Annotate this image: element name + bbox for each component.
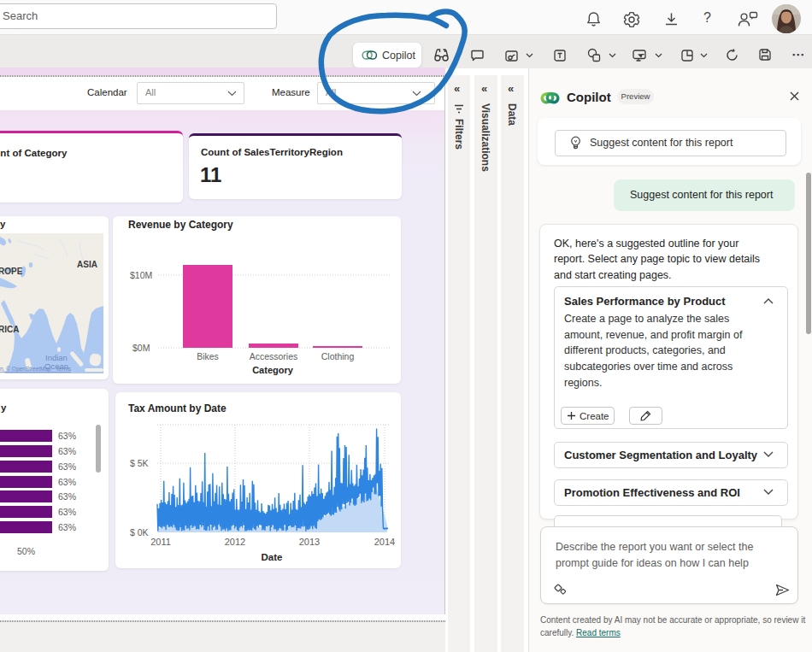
svg-text:ROPE: ROPE: [0, 267, 23, 276]
svg-text:n, © OpenStreetMap · Terms: n, © OpenStreetMap · Terms: [0, 366, 72, 373]
svg-text:$ 0K: $ 0K: [130, 527, 149, 537]
svg-text:2012: 2012: [225, 537, 245, 547]
svg-text:$ 5K: $ 5K: [130, 458, 149, 468]
svg-text:2011: 2011: [150, 537, 171, 547]
svg-text:$0M: $0M: [132, 343, 150, 353]
svg-text:Accessories: Accessories: [250, 351, 298, 361]
svg-text:$10M: $10M: [130, 270, 152, 280]
svg-text:ASIA: ASIA: [77, 260, 97, 269]
svg-text:2013: 2013: [299, 537, 320, 547]
svg-text:Clothing: Clothing: [321, 351, 355, 361]
svg-text:Date: Date: [262, 552, 283, 562]
svg-text:RICA: RICA: [0, 325, 19, 334]
svg-text:Category: Category: [252, 365, 294, 375]
svg-text:2014: 2014: [374, 537, 395, 547]
svg-text:Bikes: Bikes: [197, 351, 219, 361]
